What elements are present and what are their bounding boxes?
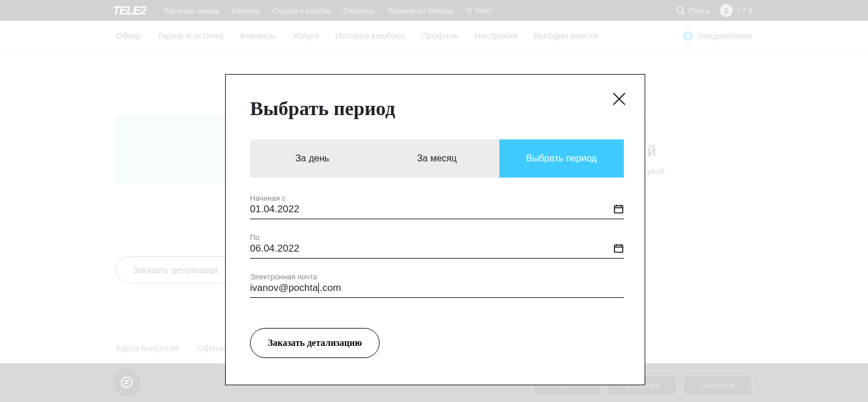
email-field: Электронная почта ivanov@pochta.com bbox=[250, 272, 624, 298]
tab-day[interactable]: За день bbox=[250, 139, 374, 178]
from-label: Начиная с bbox=[250, 194, 624, 202]
calendar-icon-to[interactable] bbox=[613, 243, 624, 253]
email-label: Электронная почта bbox=[250, 272, 624, 281]
email-input[interactable]: ivanov@pochta.com bbox=[250, 282, 624, 297]
tab-range[interactable]: Выбрать период bbox=[499, 139, 624, 178]
svg-rect-8 bbox=[615, 206, 623, 213]
svg-rect-12 bbox=[615, 245, 623, 253]
from-input[interactable]: 01.04.2022 bbox=[250, 204, 624, 219]
close-button[interactable] bbox=[611, 91, 627, 107]
close-icon bbox=[611, 91, 627, 107]
modal-title: Выбрать период bbox=[250, 98, 620, 120]
period-modal: Выбрать период За день За месяц Выбрать … bbox=[225, 74, 645, 385]
to-input[interactable]: 06.04.2022 bbox=[250, 243, 624, 258]
to-field: По 06.04.2022 bbox=[250, 233, 624, 259]
from-field: Начиная с 01.04.2022 bbox=[250, 194, 624, 219]
calendar-icon-from[interactable] bbox=[613, 204, 624, 214]
period-tabs: За день За месяц Выбрать период bbox=[250, 139, 624, 178]
tab-month[interactable]: За месяц bbox=[374, 139, 499, 178]
order-details-button[interactable]: Заказать детализацию bbox=[250, 328, 380, 358]
to-label: По bbox=[250, 233, 624, 242]
